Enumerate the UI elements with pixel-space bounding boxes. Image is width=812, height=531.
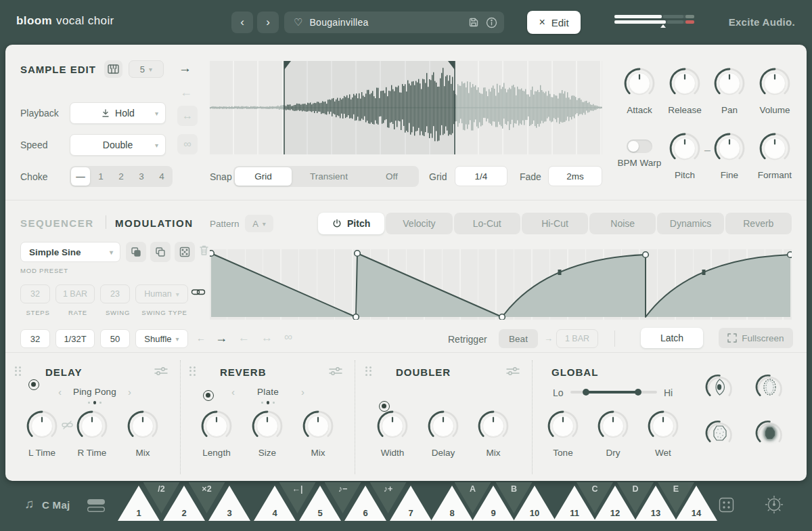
key-display[interactable]: C Maj — [42, 499, 70, 511]
trash-icon[interactable] — [199, 245, 209, 256]
retrigger-rate-box[interactable]: 1 BAR — [556, 329, 598, 348]
choke-option-3[interactable]: 3 — [132, 167, 151, 186]
edit-button[interactable]: × Edit — [527, 11, 581, 34]
pan-knob[interactable]: Pan — [706, 66, 753, 115]
doubler-drag-handle[interactable] — [365, 366, 372, 376]
snap-option-off[interactable]: Off — [366, 167, 418, 186]
reverb-length-knob[interactable]: Length — [193, 408, 240, 458]
next-mode-icon[interactable]: › — [301, 386, 304, 398]
mod-curve-display[interactable] — [210, 249, 792, 320]
preset-name[interactable]: Bougainvillea — [309, 17, 468, 28]
power-icon[interactable] — [332, 219, 342, 228]
reverb-size-knob[interactable]: Size — [244, 408, 291, 458]
pitch-knob[interactable]: Pitch — [661, 131, 708, 180]
mod-preset-dropdown[interactable]: Simple Sine ▾ — [20, 242, 120, 262]
hi-handle[interactable] — [635, 389, 641, 396]
play-reverse-button[interactable]: ← — [180, 85, 192, 100]
reverb-mix-knob[interactable]: Mix — [294, 408, 342, 458]
mod-loop-button[interactable]: ∞ — [284, 331, 292, 344]
bloom-macro-knob-1[interactable] — [702, 369, 738, 405]
snap-option-transient[interactable]: Transient — [293, 167, 365, 186]
waveform-display[interactable] — [210, 61, 602, 154]
paste-button[interactable] — [150, 242, 171, 262]
mod-tab-velocity[interactable]: Velocity — [386, 213, 452, 234]
play-pingpong-button[interactable]: ↔ — [177, 106, 198, 126]
fullscreen-button[interactable]: Fullscreen — [719, 328, 793, 348]
mod-forward-button[interactable]: → — [215, 331, 227, 345]
meter-pointer[interactable] — [660, 24, 666, 28]
reverb-drag-handle[interactable] — [189, 366, 196, 376]
mod-tab-hicut[interactable]: Hi-Cut — [522, 213, 588, 234]
bpm-warp-toggle[interactable] — [627, 140, 652, 153]
voice-count-dropdown[interactable]: 5▾ — [129, 60, 164, 78]
delay-ltime-knob[interactable]: L Time — [18, 408, 66, 458]
layout-toggle-icon[interactable] — [87, 498, 106, 513]
choke-option-[interactable]: — — [71, 167, 90, 186]
doubler-settings-icon[interactable] — [506, 366, 520, 376]
pattern-dropdown[interactable]: A▾ — [245, 215, 273, 232]
retrigger-mode-button[interactable]: Beat — [499, 329, 538, 348]
mod-tab-pitch[interactable]: Pitch — [318, 213, 384, 234]
preset-prev-button[interactable]: ‹ — [231, 12, 253, 33]
fade-value-box[interactable]: 2ms — [548, 166, 602, 186]
mod-tab-noise[interactable]: Noise — [589, 213, 656, 234]
copy-button[interactable] — [126, 242, 146, 262]
mod-reverse-button[interactable]: ← — [238, 331, 250, 345]
tab-modulation[interactable]: MODULATION — [115, 217, 194, 229]
tab-sequencer[interactable]: SEQUENCER — [20, 217, 94, 229]
delay-drag-handle[interactable] — [15, 366, 22, 376]
global-dry-knob[interactable]: Dry — [589, 408, 637, 458]
playback-dropdown[interactable]: Hold ▾ — [70, 102, 166, 124]
doubler-mix-knob[interactable]: Mix — [470, 408, 517, 458]
snap-option-grid[interactable]: Grid — [235, 167, 292, 186]
mod-tab-locut[interactable]: Lo-Cut — [454, 213, 520, 234]
active-swing[interactable]: 50 — [100, 329, 130, 348]
global-wet-knob[interactable]: Wet — [639, 408, 687, 458]
preset-browser[interactable]: ♡ Bougainvillea — [284, 12, 504, 33]
delay-settings-icon[interactable] — [154, 366, 168, 376]
bloom-macro-knob-2[interactable] — [752, 369, 788, 405]
formant-knob[interactable]: Formant — [751, 131, 798, 180]
delay-mix-knob[interactable]: Mix — [119, 408, 166, 458]
speed-dropdown[interactable]: Double ▾ — [70, 134, 166, 156]
favorite-icon[interactable]: ♡ — [294, 16, 302, 28]
active-swing-type[interactable]: Shuffle▾ — [135, 329, 188, 348]
reverb-enable-radio[interactable] — [203, 390, 214, 401]
prev-mode-icon[interactable]: ‹ — [231, 386, 235, 398]
doubler-delay-knob[interactable]: Delay — [420, 408, 467, 458]
play-forward-button[interactable]: → — [179, 61, 191, 76]
lo-handle[interactable] — [583, 389, 589, 396]
reverb-settings-icon[interactable] — [329, 366, 342, 376]
choke-option-2[interactable]: 2 — [112, 167, 131, 186]
tempo-clock-icon[interactable] — [764, 494, 784, 515]
active-steps[interactable]: 32 — [20, 329, 50, 348]
keyboard-mode-button[interactable] — [104, 60, 122, 78]
bloom-macro-knob-3[interactable] — [702, 415, 738, 451]
grid-value-box[interactable]: 1/4 — [455, 166, 508, 186]
latch-button[interactable]: Latch — [641, 328, 703, 348]
linked-steps[interactable]: 32 — [20, 284, 50, 303]
preset-next-button[interactable]: › — [257, 12, 279, 33]
info-icon[interactable] — [486, 17, 497, 28]
mod-pingpong-button[interactable]: ↔ — [261, 331, 273, 345]
random-pad-icon[interactable] — [719, 497, 734, 513]
release-knob[interactable]: Release — [661, 66, 708, 115]
mod-tab-dynamics[interactable]: Dynamics — [657, 213, 723, 234]
save-icon[interactable] — [468, 17, 479, 28]
doubler-width-knob[interactable]: Width — [369, 408, 416, 458]
reverb-mode[interactable]: Plate — [244, 387, 292, 397]
attack-knob[interactable]: Attack — [616, 66, 663, 115]
bloom-macro-knob-4[interactable] — [752, 415, 788, 451]
delay-enable-radio[interactable] — [28, 379, 39, 390]
linked-rate[interactable]: 1 BAR — [55, 284, 95, 303]
next-mode-icon[interactable]: › — [128, 386, 131, 398]
volume-knob[interactable]: Volume — [751, 66, 798, 115]
choke-option-4[interactable]: 4 — [152, 167, 171, 186]
link-icon[interactable] — [191, 287, 206, 297]
loop-infinite-button[interactable]: ∞ — [177, 134, 198, 154]
prev-mode-icon[interactable]: ‹ — [58, 386, 62, 398]
choke-option-1[interactable]: 1 — [91, 167, 110, 186]
delay-rtime-knob[interactable]: R Time — [68, 408, 116, 458]
active-rate[interactable]: 1/32T — [55, 329, 95, 348]
delay-mode[interactable]: Ping Pong — [71, 387, 118, 397]
